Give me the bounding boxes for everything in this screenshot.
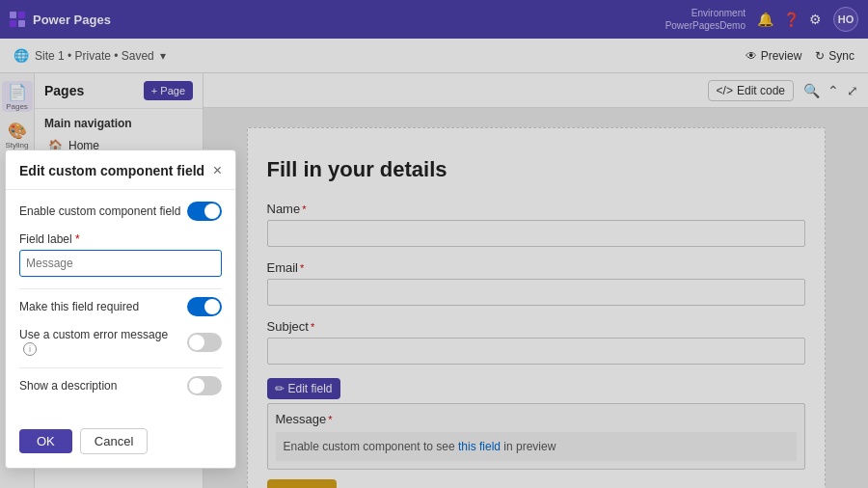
make-required-toggle[interactable] [187,297,222,316]
make-required-row: Make this field required [19,297,222,316]
modal-title: Edit custom component field [19,163,204,178]
custom-error-row: Use a custom error message i [19,328,222,356]
show-description-label: Show a description [19,379,117,393]
modal-close-button[interactable]: × [213,162,222,179]
info-icon[interactable]: i [23,342,37,356]
field-label-input[interactable] [19,250,222,277]
divider-2 [19,367,222,368]
enable-toggle[interactable] [187,202,222,221]
enable-toggle-label: Enable custom component field [19,204,180,218]
custom-error-label: Use a custom error message i [19,328,187,356]
show-description-row: Show a description [19,376,222,395]
divider-1 [19,288,222,289]
cancel-button[interactable]: Cancel [80,428,148,454]
make-required-label: Make this field required [19,300,139,313]
enable-toggle-row: Enable custom component field [19,202,222,221]
modal-header: Edit custom component field × [6,150,235,190]
modal-footer: OK Cancel [6,419,235,468]
show-description-toggle[interactable] [187,376,222,395]
field-label-required-star: * [75,232,80,246]
custom-error-toggle[interactable] [187,333,222,352]
field-label-text: Field label * [19,232,222,246]
field-label-section: Field label * [19,232,222,277]
modal-body: Enable custom component field Field labe… [6,190,235,419]
ok-button[interactable]: OK [19,429,72,453]
edit-component-modal: Edit custom component field × Enable cus… [5,149,236,469]
